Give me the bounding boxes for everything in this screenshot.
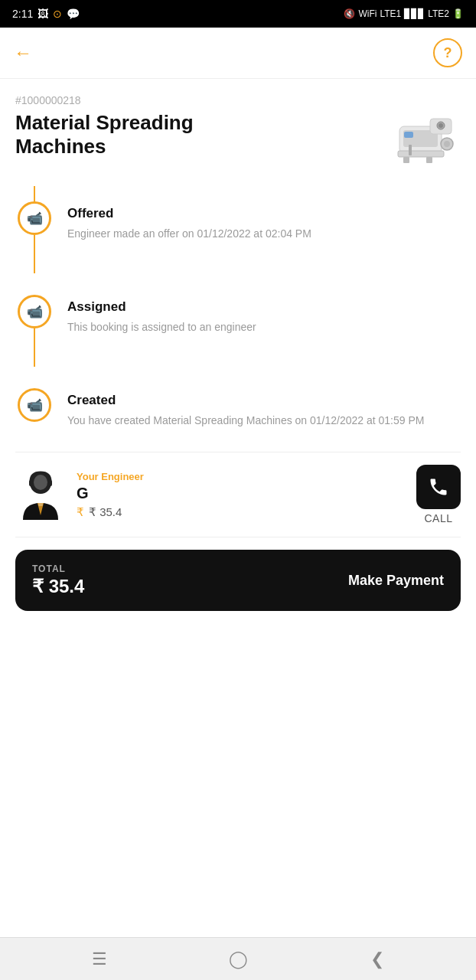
timeline: 📹 Offered Engineer made an offer on 01/1… [15,186,461,429]
call-button-wrapper: CALL [416,465,461,524]
created-title: Created [67,393,461,408]
timeline-item-created: 📹 Created You have created Material Spre… [15,388,461,429]
svg-rect-14 [29,480,33,486]
price-value: ₹ 35.4 [89,505,122,519]
coin-icon: ⊙ [53,8,62,20]
status-right: 🔇 WiFi LTE1 ▊▊▊ LTE2 🔋 [344,8,464,19]
engineer-section: Your Engineer G ₹ ₹ 35.4 CALL [15,452,461,537]
machine-svg [392,111,461,165]
chat-icon: 💬 [67,8,80,20]
assigned-icon: 📹 [18,295,51,328]
svg-rect-8 [409,145,412,155]
time-display: 2:11 [12,8,33,20]
bottom-nav: ☰ ◯ ❮ [0,937,476,980]
assigned-desc: This booking is assigned to an engineer [67,319,461,335]
image-icon: 🖼 [37,8,48,20]
call-label: CALL [424,512,452,524]
svg-rect-9 [404,132,413,138]
order-header: Material SpreadingMachines [15,111,461,165]
payment-amount: ₹ 35.4 [32,576,84,597]
svg-point-6 [444,141,450,147]
engineer-name: G [77,485,406,502]
call-button[interactable] [416,465,461,509]
nav-back-icon[interactable]: ❮ [370,949,384,969]
svg-rect-11 [426,157,432,163]
offered-icon: 📹 [18,201,51,235]
main-content: #1000000218 Material SpreadingMachines [0,79,476,937]
engineer-avatar [15,469,66,520]
offered-desc: Engineer made an offer on 01/12/2022 at … [67,226,461,242]
lte-icon: LTE1 [380,8,401,19]
rupee-icon: ₹ [77,505,84,519]
top-nav: ← ? [0,28,476,79]
svg-rect-15 [48,480,52,486]
assigned-title: Assigned [67,299,461,315]
offered-title: Offered [67,206,461,221]
created-icon: 📹 [18,388,51,422]
engineer-label: Your Engineer [77,471,406,482]
status-bar: 2:11 🖼 ⊙ 💬 🔇 WiFi LTE1 ▊▊▊ LTE2 🔋 [0,0,476,28]
battery-icon: 🔋 [452,8,464,19]
nav-home-icon[interactable]: ◯ [229,949,248,969]
help-button[interactable]: ? [433,38,462,67]
wifi-icon: WiFi [358,8,377,19]
svg-rect-10 [403,157,409,163]
payment-bar: TOTAL ₹ 35.4 Make Payment [15,550,461,611]
signal-icon: ▊▊▊ [404,8,425,19]
svg-point-13 [34,475,47,490]
lte2-icon: LTE2 [428,8,449,19]
nav-menu-icon[interactable]: ☰ [92,949,107,969]
make-payment-button[interactable]: Make Payment [348,573,444,589]
svg-point-4 [439,123,443,128]
svg-rect-7 [398,151,444,157]
engineer-info: Your Engineer G ₹ ₹ 35.4 [77,471,406,519]
svg-rect-16 [38,498,43,506]
created-desc: You have created Material Spreading Mach… [67,413,461,429]
timeline-item-offered: 📹 Offered Engineer made an offer on 01/1… [15,201,461,273]
status-left: 2:11 🖼 ⊙ 💬 [12,8,80,20]
order-title: Material SpreadingMachines [15,111,194,158]
total-label: TOTAL [32,564,84,574]
engineer-price: ₹ ₹ 35.4 [77,505,406,519]
mute-icon: 🔇 [344,8,355,19]
back-button[interactable]: ← [14,44,32,62]
order-image [392,111,461,165]
order-id: #1000000218 [15,94,461,106]
payment-left: TOTAL ₹ 35.4 [32,564,84,597]
timeline-item-assigned: 📹 Assigned This booking is assigned to a… [15,295,461,367]
